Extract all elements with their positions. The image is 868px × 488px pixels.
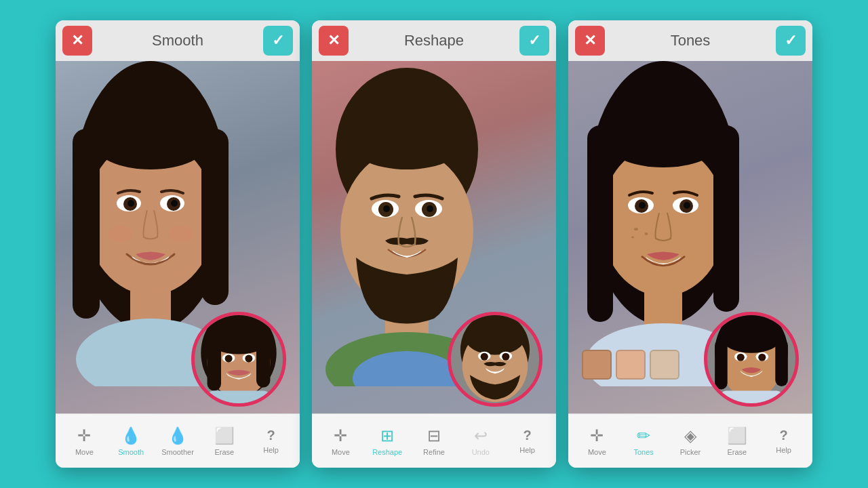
check-icon: ✓	[528, 32, 540, 49]
svg-rect-64	[775, 339, 788, 386]
swatch-light[interactable]	[650, 350, 679, 380]
smooth-check-button[interactable]: ✓	[263, 26, 293, 56]
tones-title: Tones	[671, 32, 711, 49]
tool-smoother[interactable]: 💧 Smoother	[159, 426, 196, 456]
svg-point-27	[346, 108, 468, 169]
close-icon: ✕	[584, 32, 596, 49]
move-icon: ✛	[77, 426, 91, 445]
tool-refine[interactable]: ⊟ Refine	[415, 426, 452, 456]
svg-point-56	[684, 202, 690, 209]
help-icon: ?	[267, 428, 275, 443]
help-label: Help	[263, 446, 279, 454]
tool-reshape[interactable]: ⊞ Reshape	[369, 426, 406, 456]
tool-help[interactable]: ? Help	[252, 428, 290, 454]
move-label: Move	[75, 448, 94, 456]
svg-point-23	[245, 355, 252, 363]
tones-check-button[interactable]: ✓	[776, 26, 806, 56]
tones-photo-area	[568, 61, 812, 413]
tones-thumbnail	[704, 312, 799, 407]
tones-icon: ✏	[637, 426, 650, 445]
svg-point-55	[639, 202, 646, 209]
svg-point-69	[758, 354, 766, 361]
svg-point-58	[645, 232, 648, 235]
erase-label: Erase	[214, 448, 234, 456]
tool-smooth[interactable]: 💧 Smooth	[113, 426, 150, 456]
help-icon: ?	[779, 428, 787, 443]
smoother-icon: 💧	[167, 426, 188, 445]
tones-close-button[interactable]: ✕	[575, 26, 605, 56]
tones-label: Tones	[634, 448, 654, 456]
tool-erase[interactable]: ⬜ Erase	[205, 426, 243, 456]
svg-point-68	[737, 354, 745, 361]
tones-panel: ✕ Tones ✓	[568, 20, 812, 468]
help-icon: ?	[523, 428, 531, 443]
tool-tones[interactable]: ✏ Tones	[625, 426, 663, 456]
close-icon: ✕	[71, 32, 83, 49]
svg-point-14	[169, 226, 193, 242]
tool-picker[interactable]: ◈ Picker	[671, 426, 709, 456]
move-label: Move	[332, 448, 350, 456]
smooth-icon: 💧	[121, 426, 141, 445]
tool-help[interactable]: ? Help	[509, 428, 546, 454]
svg-point-11	[127, 200, 134, 207]
tool-erase[interactable]: ⬜ Erase	[718, 426, 755, 456]
swatch-dark[interactable]	[582, 350, 612, 380]
smooth-photo-area	[56, 61, 300, 413]
reshape-check-button[interactable]: ✓	[519, 26, 549, 56]
smoother-label: Smoother	[161, 448, 194, 456]
tool-help[interactable]: ? Help	[765, 428, 802, 454]
svg-point-36	[427, 205, 433, 212]
tones-header: ✕ Tones ✓	[568, 20, 812, 61]
svg-rect-3	[73, 129, 100, 319]
tool-move[interactable]: ✛ Move	[66, 426, 103, 456]
svg-point-12	[171, 200, 178, 207]
reshape-header: ✕ Reshape ✓	[312, 20, 556, 61]
check-icon: ✓	[785, 32, 797, 49]
tones-toolbar: ✛ Move ✏ Tones ◈ Picker ⬜ Erase ? Help	[568, 413, 812, 468]
picker-label: Picker	[680, 448, 701, 456]
svg-rect-4	[201, 129, 229, 305]
svg-point-59	[631, 237, 634, 239]
smooth-close-button[interactable]: ✕	[62, 26, 92, 56]
close-icon: ✕	[328, 32, 340, 49]
reshape-panel: ✕ Reshape ✓	[312, 20, 556, 468]
swatch-medium[interactable]	[616, 350, 646, 380]
move-icon: ✛	[334, 426, 347, 445]
picker-icon: ◈	[684, 426, 696, 445]
undo-label: Undo	[472, 448, 490, 456]
erase-icon: ⬜	[727, 426, 747, 445]
svg-rect-48	[713, 125, 739, 312]
svg-point-13	[108, 226, 132, 242]
tones-swatches	[582, 350, 679, 380]
svg-point-46	[604, 110, 723, 167]
smooth-toolbar: ✛ Move 💧 Smooth 💧 Smoother ⬜ Erase ? Hel…	[56, 413, 300, 468]
svg-rect-19	[256, 340, 270, 388]
svg-point-42	[481, 353, 488, 361]
reshape-photo-area	[312, 61, 556, 413]
tool-undo[interactable]: ↩ Undo	[462, 426, 499, 456]
reshape-title: Reshape	[404, 32, 464, 49]
svg-point-2	[93, 115, 208, 169]
smooth-label: Smooth	[118, 448, 144, 456]
reshape-label: Reshape	[372, 448, 402, 456]
reshape-close-button[interactable]: ✕	[319, 26, 349, 56]
tool-move[interactable]: ✛ Move	[578, 426, 616, 456]
tool-move[interactable]: ✛ Move	[322, 426, 359, 456]
help-label: Help	[776, 446, 791, 454]
svg-rect-47	[587, 125, 613, 322]
reshape-icon: ⊞	[380, 426, 394, 445]
refine-label: Refine	[423, 448, 445, 456]
svg-rect-24	[208, 390, 271, 403]
undo-icon: ↩	[474, 426, 488, 445]
help-label: Help	[519, 446, 535, 454]
smooth-header: ✕ Smooth ✓	[56, 20, 300, 61]
smooth-panel: ✕ Smooth ✓	[56, 20, 300, 468]
reshape-toolbar: ✛ Move ⊞ Reshape ⊟ Refine ↩ Undo ? Help	[312, 413, 556, 468]
refine-icon: ⊟	[427, 426, 441, 445]
svg-rect-63	[715, 339, 728, 389]
svg-point-35	[383, 205, 390, 212]
svg-point-62	[722, 325, 780, 353]
check-icon: ✓	[272, 32, 284, 49]
move-label: Move	[588, 448, 606, 456]
smooth-title: Smooth	[152, 32, 203, 49]
